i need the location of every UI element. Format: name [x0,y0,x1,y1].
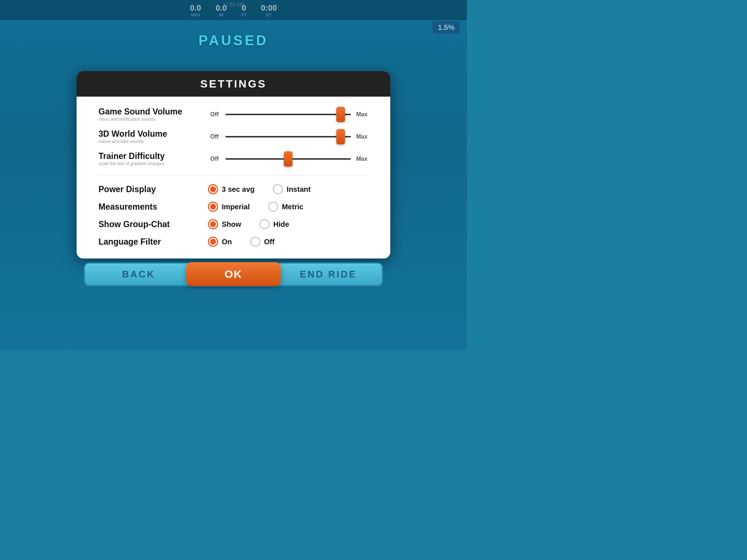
show-group-chat-options: Show Hide [208,219,368,229]
3d-world-volume-sub: nature and bike sounds [98,139,208,144]
measurements-imperial-label: Imperial [222,203,250,211]
measurements-options: Imperial Metric [208,202,368,212]
language-filter-row: Language Filter On Off [98,237,368,247]
show-group-chat-show-option[interactable]: Show [208,219,241,229]
measurements-label-group: Measurements [98,202,208,212]
power-display-3sec-label: 3 sec avg [222,185,255,194]
trainer-difficulty-title: Trainer Difficulty [98,151,208,161]
settings-title: SETTINGS [77,78,390,90]
language-filter-options: On Off [208,237,368,247]
measurements-imperial-radio[interactable] [208,202,218,212]
language-filter-on-radio[interactable] [208,237,218,247]
game-sound-volume-label-group: Game Sound Volume menu and notification … [98,107,208,122]
show-group-chat-show-label: Show [222,220,241,229]
trainer-difficulty-off-label: Off [208,156,221,162]
power-display-title: Power Display [98,184,208,194]
3d-world-volume-thumb[interactable] [336,129,345,144]
measurements-imperial-option[interactable]: Imperial [208,202,250,212]
show-group-chat-hide-option[interactable]: Hide [259,219,289,229]
show-group-chat-hide-radio[interactable] [259,219,270,229]
power-display-options: 3 sec avg Instant [208,184,368,194]
measurements-metric-radio[interactable] [268,202,278,212]
3d-world-volume-track [225,136,351,137]
game-sound-volume-track [225,114,351,115]
game-sound-volume-control: Off Max [208,111,368,118]
trainer-difficulty-track-wrap[interactable] [225,158,351,160]
3d-world-volume-row: 3D World Volume nature and bike sounds O… [98,129,368,144]
show-group-chat-label-group: Show Group-Chat [98,219,208,229]
language-filter-off-option[interactable]: Off [250,237,275,247]
power-display-label-group: Power Display [98,184,208,194]
power-display-instant-label: Instant [287,185,311,194]
3d-world-volume-off-label: Off [208,133,221,140]
measurements-row: Measurements Imperial Metric [98,202,368,212]
trainer-difficulty-thumb[interactable] [284,151,293,167]
measurements-metric-option[interactable]: Metric [268,202,303,212]
end-ride-button[interactable]: END RIDE [274,262,383,286]
language-filter-off-radio[interactable] [250,237,260,247]
power-display-instant-radio[interactable] [273,184,283,194]
game-sound-volume-title: Game Sound Volume [98,107,208,117]
trainer-difficulty-row: Trainer Difficulty scale the feel of gra… [98,151,368,166]
measurements-metric-label: Metric [282,203,303,211]
measurements-title: Measurements [98,202,208,212]
power-display-3sec-option[interactable]: 3 sec avg [208,184,255,194]
game-sound-volume-sub: menu and notification sounds [98,117,208,122]
game-sound-volume-off-label: Off [208,111,221,118]
power-display-3sec-radio[interactable] [208,184,218,194]
settings-body: Game Sound Volume menu and notification … [77,97,390,258]
show-group-chat-hide-label: Hide [273,220,289,229]
game-sound-volume-max-label: Max [355,111,368,118]
show-group-chat-row: Show Group-Chat Show Hide [98,219,368,229]
back-button[interactable]: BACK [84,262,193,286]
game-sound-volume-track-wrap[interactable] [225,113,351,116]
trainer-difficulty-sub: scale the feel of gradient changes [98,161,208,166]
game-sound-volume-thumb[interactable] [336,107,345,122]
game-sound-volume-row: Game Sound Volume menu and notification … [98,107,368,122]
language-filter-label-group: Language Filter [98,237,208,247]
dialog-backdrop: SETTINGS Game Sound Volume menu and noti… [0,0,467,350]
show-group-chat-show-radio[interactable] [208,219,218,229]
3d-world-volume-max-label: Max [355,133,368,140]
language-filter-on-option[interactable]: On [208,237,232,247]
settings-dialog: SETTINGS Game Sound Volume menu and noti… [77,71,390,258]
3d-world-volume-label-group: 3D World Volume nature and bike sounds [98,129,208,144]
language-filter-title: Language Filter [98,237,208,247]
language-filter-on-label: On [222,238,232,246]
trainer-difficulty-label-group: Trainer Difficulty scale the feel of gra… [98,151,208,166]
ok-button[interactable]: OK [186,262,281,286]
power-display-instant-option[interactable]: Instant [273,184,311,194]
3d-world-volume-track-wrap[interactable] [225,136,351,138]
show-group-chat-title: Show Group-Chat [98,219,208,229]
trainer-difficulty-control: Off Max [208,156,368,162]
trainer-difficulty-max-label: Max [355,156,368,162]
power-display-row: Power Display 3 sec avg Instant [98,184,368,194]
settings-header: SETTINGS [77,71,390,97]
buttons-area: BACK OK END RIDE [77,262,390,286]
3d-world-volume-control: Off Max [208,133,368,140]
divider-1 [98,175,368,175]
3d-world-volume-title: 3D World Volume [98,129,208,139]
language-filter-off-label: Off [264,238,275,246]
